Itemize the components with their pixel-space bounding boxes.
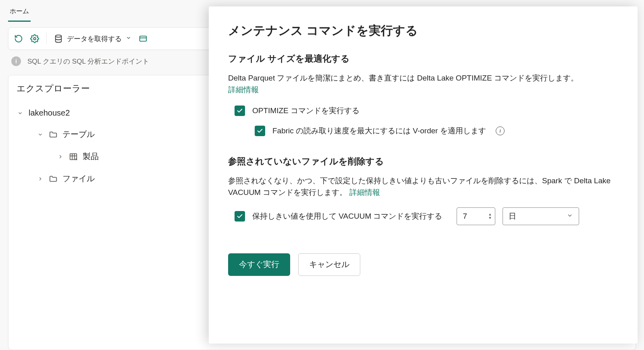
retention-unit-label: 日 [509,211,516,222]
tab-home[interactable]: ホーム [8,3,31,22]
chevron-right-icon [37,176,44,182]
maintenance-panel: メンテナンス コマンドを実行する ファイル サイズを最適化する Delta Pa… [209,6,638,344]
optimize-heading: ファイル サイズを最適化する [228,53,618,65]
table-icon [69,152,78,161]
retention-value-input[interactable]: 7 ▲ ▼ [457,207,495,225]
panel-actions: 今すぐ実行 キャンセル [228,253,618,276]
vorder-info-icon[interactable]: i [496,126,505,135]
optimize-checkbox-row: OPTIMIZE コマンドを実行する [235,106,618,116]
vacuum-learn-more-link[interactable]: 詳細情報 [349,188,380,197]
cancel-button[interactable]: キャンセル [298,253,360,276]
spin-down-icon[interactable]: ▼ [488,216,492,220]
tree-node-label: ファイル [62,173,95,184]
chevron-down-icon [126,35,131,43]
chevron-down-icon [17,110,24,116]
database-icon [54,34,63,43]
retention-value: 7 [463,212,467,221]
folder-icon [49,130,58,139]
info-bar-text: SQL クエリの SQL 分析エンドポイント [27,57,149,66]
optimize-checkbox-label: OPTIMIZE コマンドを実行する [252,106,359,116]
svg-point-0 [33,37,36,40]
explorer-title: エクスプローラー [17,83,90,95]
vacuum-checkbox[interactable] [235,211,245,222]
info-icon: i [11,56,21,66]
chevron-right-icon [57,154,64,159]
refresh-icon[interactable] [14,34,23,43]
toolbar-more-icon[interactable] [139,34,147,43]
retention-unit-select[interactable]: 日 [503,207,579,225]
folder-icon [49,174,58,183]
chevron-down-icon [37,132,44,137]
panel-title: メンテナンス コマンドを実行する [228,23,618,39]
toolbar-divider [46,33,47,44]
tree-node-label: lakehouse2 [29,108,70,118]
tree-node-label: テーブル [62,129,95,140]
run-now-button[interactable]: 今すぐ実行 [228,253,290,276]
vorder-checkbox-label: Fabric の読み取り速度を最大にするには V-order を適用します [272,126,486,136]
optimize-description: Delta Parquet ファイルを簡潔にまとめ、書き直すには Delta L… [228,72,618,96]
get-data-button[interactable]: データを取得する [54,34,131,43]
svg-rect-2 [140,36,147,41]
optimize-checkbox[interactable] [235,106,245,116]
chevron-down-icon [567,212,573,221]
gear-icon[interactable] [30,34,39,43]
svg-point-1 [56,35,62,37]
optimize-learn-more-link[interactable]: 詳細情報 [228,85,259,94]
vorder-checkbox[interactable] [255,126,265,136]
tree-node-label: 製品 [83,151,99,162]
vacuum-heading: 参照されていないファイルを削除する [228,155,618,168]
vacuum-threshold-row: 保持しきい値を使用して VACUUM コマンドを実行する 7 ▲ ▼ 日 [235,207,618,225]
vacuum-description: 参照されなくなり、かつ、下で設定した保持しきい値よりも古いファイルを削除するには… [228,175,618,199]
vacuum-checkbox-label: 保持しきい値を使用して VACUUM コマンドを実行する [252,211,442,222]
vorder-checkbox-row: Fabric の読み取り速度を最大にするには V-order を適用します i [255,126,618,136]
get-data-label: データを取得する [67,34,122,43]
